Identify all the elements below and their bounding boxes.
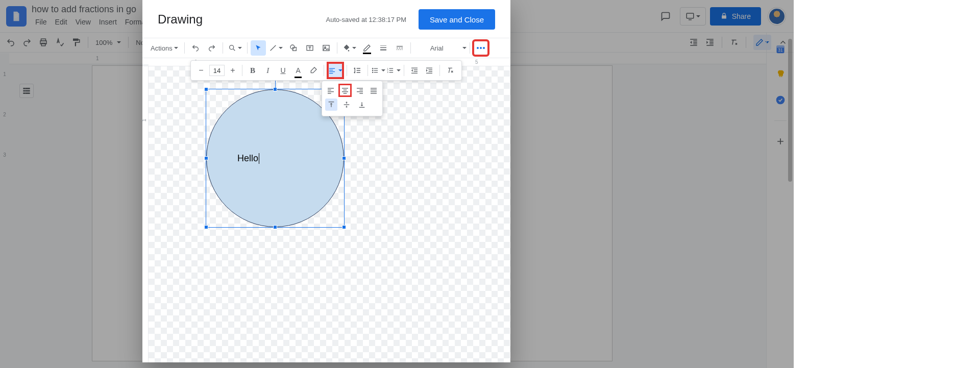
valign-top-button[interactable] <box>325 99 337 111</box>
svg-rect-31 <box>398 50 399 50</box>
svg-rect-76 <box>371 93 377 93</box>
text-format-toolbar: − 14 + B I U A <box>190 60 462 81</box>
resize-handle[interactable] <box>204 225 208 229</box>
svg-rect-62 <box>328 90 331 90</box>
svg-rect-65 <box>342 88 348 88</box>
svg-point-41 <box>372 68 374 69</box>
valign-middle-button[interactable] <box>340 99 353 111</box>
textbox-tool[interactable] <box>302 40 317 56</box>
svg-rect-79 <box>359 107 365 108</box>
clear-formatting-button[interactable] <box>443 63 457 78</box>
increase-indent-button[interactable] <box>422 63 436 78</box>
svg-rect-28 <box>399 47 400 48</box>
redo-button[interactable] <box>204 40 219 56</box>
svg-rect-42 <box>374 68 378 69</box>
undo-button[interactable] <box>188 40 203 56</box>
resize-handle[interactable] <box>273 87 277 91</box>
drawing-toolbar: Actions Arial <box>142 38 510 58</box>
svg-rect-54 <box>413 69 417 70</box>
autosave-status: Auto-saved at 12:38:17 PM <box>326 16 407 23</box>
svg-rect-52 <box>389 72 393 72</box>
svg-rect-40 <box>329 73 333 73</box>
svg-rect-77 <box>329 102 334 102</box>
alignment-dropdown <box>322 81 383 116</box>
svg-rect-73 <box>371 88 377 88</box>
bold-button[interactable]: B <box>246 63 260 78</box>
underline-button[interactable]: U <box>276 63 290 78</box>
align-right-button[interactable] <box>354 84 365 96</box>
svg-rect-71 <box>357 91 363 92</box>
zoom-button[interactable] <box>226 40 244 56</box>
align-left-button[interactable] <box>325 84 336 96</box>
border-weight-button[interactable] <box>376 40 391 56</box>
border-color-button[interactable] <box>359 40 375 56</box>
svg-point-36 <box>483 47 485 49</box>
drawing-canvas[interactable]: 1 5 1 Hello − <box>142 58 510 362</box>
resize-handle[interactable] <box>273 225 277 229</box>
italic-button[interactable]: I <box>261 63 275 78</box>
svg-rect-67 <box>342 91 348 92</box>
font-size-value[interactable]: 14 <box>209 65 225 76</box>
font-size-increase[interactable]: + <box>227 64 239 77</box>
svg-rect-64 <box>328 93 331 93</box>
svg-rect-59 <box>429 71 432 71</box>
svg-rect-72 <box>359 93 363 93</box>
font-size-decrease[interactable]: − <box>195 64 207 77</box>
shape-tool[interactable] <box>286 40 301 56</box>
highlight-color-button[interactable] <box>306 63 321 78</box>
svg-rect-32 <box>400 50 400 50</box>
svg-point-17 <box>229 45 233 50</box>
resize-handle[interactable] <box>204 156 208 160</box>
decrease-indent-button[interactable] <box>407 63 422 78</box>
svg-rect-74 <box>371 90 377 90</box>
svg-rect-21 <box>323 45 329 51</box>
resize-handle[interactable] <box>204 87 208 91</box>
align-center-button[interactable] <box>339 84 351 96</box>
line-spacing-button[interactable] <box>350 63 364 78</box>
valign-bottom-button[interactable] <box>356 99 368 111</box>
save-and-close-button[interactable]: Save and Close <box>419 9 495 30</box>
svg-rect-61 <box>328 88 334 88</box>
line-tool[interactable] <box>267 40 285 56</box>
svg-rect-56 <box>411 73 418 73</box>
svg-rect-58 <box>429 69 432 70</box>
align-button[interactable] <box>328 63 342 78</box>
align-justify-button[interactable] <box>369 84 379 96</box>
svg-rect-63 <box>328 91 334 92</box>
numbered-list-button[interactable]: 123 <box>386 63 401 78</box>
svg-point-34 <box>477 47 479 49</box>
svg-point-45 <box>372 72 374 73</box>
svg-rect-23 <box>380 45 386 46</box>
svg-rect-46 <box>374 72 378 72</box>
svg-rect-39 <box>329 71 335 72</box>
svg-rect-27 <box>397 47 398 48</box>
svg-rect-26 <box>397 46 403 46</box>
border-dash-button[interactable] <box>392 40 407 56</box>
svg-rect-75 <box>371 91 377 92</box>
svg-rect-68 <box>344 93 347 93</box>
bullet-list-button[interactable] <box>371 63 385 78</box>
svg-rect-69 <box>357 88 363 88</box>
more-options-button[interactable] <box>473 40 488 56</box>
actions-menu[interactable]: Actions <box>148 40 181 56</box>
svg-rect-55 <box>413 71 417 71</box>
svg-point-35 <box>480 47 482 49</box>
svg-rect-53 <box>411 68 418 68</box>
resize-handle[interactable] <box>342 156 346 160</box>
resize-handle[interactable] <box>342 225 346 229</box>
shape-text[interactable]: Hello <box>237 153 259 164</box>
svg-point-43 <box>372 70 374 71</box>
select-tool[interactable] <box>251 40 266 56</box>
image-tool[interactable] <box>318 40 334 56</box>
svg-rect-33 <box>402 50 402 50</box>
svg-rect-66 <box>344 90 347 90</box>
drawing-dialog: Drawing Auto-saved at 12:38:17 PM Save a… <box>142 0 510 362</box>
svg-rect-38 <box>329 70 333 70</box>
font-family-select[interactable]: Arial <box>414 40 460 56</box>
svg-rect-25 <box>380 50 386 51</box>
text-color-button[interactable]: A <box>291 63 305 78</box>
svg-rect-24 <box>380 47 386 48</box>
fill-color-button[interactable] <box>340 40 358 56</box>
svg-rect-30 <box>397 50 397 50</box>
dialog-title: Drawing <box>158 12 203 27</box>
